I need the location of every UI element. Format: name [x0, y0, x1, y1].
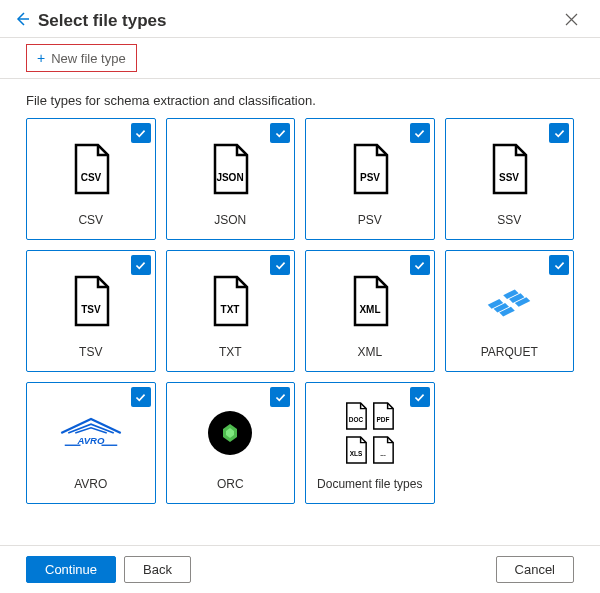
- svg-text:SSV: SSV: [499, 172, 519, 183]
- avro-icon: AVRO: [56, 401, 126, 465]
- checkmark-icon[interactable]: [549, 123, 569, 143]
- file-type-tile[interactable]: TXTTXT: [166, 250, 296, 372]
- close-icon[interactable]: [559, 10, 584, 31]
- file-type-tile[interactable]: CSVCSV: [26, 118, 156, 240]
- tile-label: XML: [357, 345, 382, 359]
- checkmark-icon[interactable]: [270, 255, 290, 275]
- checkmark-icon[interactable]: [131, 123, 151, 143]
- back-arrow-icon[interactable]: [14, 11, 30, 30]
- file-icon: SSV: [488, 137, 530, 201]
- file-icon: CSV: [70, 137, 112, 201]
- tile-label: CSV: [78, 213, 103, 227]
- new-file-type-label: New file type: [51, 51, 125, 66]
- checkmark-icon[interactable]: [410, 123, 430, 143]
- svg-text:...: ...: [381, 450, 387, 457]
- file-type-tile[interactable]: PARQUET: [445, 250, 575, 372]
- tile-label: PARQUET: [481, 345, 538, 359]
- tile-label: SSV: [497, 213, 521, 227]
- dialog-footer: Continue Back Cancel: [0, 545, 600, 593]
- checkmark-icon[interactable]: [410, 387, 430, 407]
- svg-text:PDF: PDF: [377, 417, 390, 424]
- continue-button[interactable]: Continue: [26, 556, 116, 583]
- file-type-tile[interactable]: DOCPDFXLS...Document file types: [305, 382, 435, 504]
- tile-label: TSV: [79, 345, 102, 359]
- file-type-tile[interactable]: JSONJSON: [166, 118, 296, 240]
- tile-label: TXT: [219, 345, 242, 359]
- file-type-tile[interactable]: SSVSSV: [445, 118, 575, 240]
- tile-label: PSV: [358, 213, 382, 227]
- new-file-type-button[interactable]: + New file type: [26, 44, 137, 72]
- file-icon: XML: [349, 269, 391, 333]
- tile-label: ORC: [217, 477, 244, 491]
- checkmark-icon[interactable]: [410, 255, 430, 275]
- file-type-grid: CSVCSVJSONJSONPSVPSVSSVSSVTSVTSVTXTTXTXM…: [0, 118, 600, 504]
- file-type-tile[interactable]: XMLXML: [305, 250, 435, 372]
- svg-text:XLS: XLS: [350, 450, 363, 457]
- file-type-tile[interactable]: TSVTSV: [26, 250, 156, 372]
- file-icon: JSON: [209, 137, 251, 201]
- file-icon: TXT: [209, 269, 251, 333]
- file-icon: PSV: [349, 137, 391, 201]
- checkmark-icon[interactable]: [270, 123, 290, 143]
- tile-label: JSON: [214, 213, 246, 227]
- checkmark-icon[interactable]: [270, 387, 290, 407]
- svg-text:TSV: TSV: [81, 304, 101, 315]
- dialog-header: Select file types: [0, 0, 600, 37]
- tile-label: Document file types: [317, 477, 422, 491]
- file-icon: TSV: [70, 269, 112, 333]
- tile-label: AVRO: [74, 477, 107, 491]
- toolbar-row: + New file type: [0, 37, 600, 79]
- parquet-icon: [480, 269, 538, 333]
- description-text: File types for schema extraction and cla…: [0, 79, 600, 118]
- file-type-tile[interactable]: PSVPSV: [305, 118, 435, 240]
- svg-text:AVRO: AVRO: [76, 435, 105, 446]
- svg-text:TXT: TXT: [221, 304, 240, 315]
- svg-text:CSV: CSV: [80, 172, 101, 183]
- dialog-title: Select file types: [38, 11, 167, 31]
- file-type-tile[interactable]: ORC: [166, 382, 296, 504]
- cancel-button[interactable]: Cancel: [496, 556, 574, 583]
- document-types-icon: DOCPDFXLS...: [344, 401, 395, 465]
- svg-text:DOC: DOC: [349, 417, 364, 424]
- svg-text:JSON: JSON: [217, 172, 244, 183]
- plus-icon: +: [37, 50, 45, 66]
- checkmark-icon[interactable]: [131, 387, 151, 407]
- orc-icon: [208, 401, 252, 465]
- back-button[interactable]: Back: [124, 556, 191, 583]
- checkmark-icon[interactable]: [131, 255, 151, 275]
- file-type-tile[interactable]: AVROAVRO: [26, 382, 156, 504]
- svg-text:PSV: PSV: [360, 172, 380, 183]
- svg-text:XML: XML: [359, 304, 380, 315]
- checkmark-icon[interactable]: [549, 255, 569, 275]
